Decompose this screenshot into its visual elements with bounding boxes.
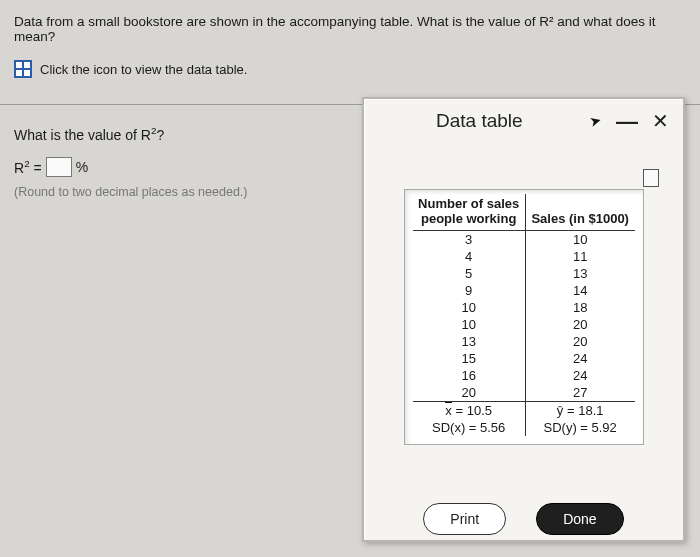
cell-x: 10 (413, 299, 526, 316)
copy-icon[interactable] (645, 171, 659, 187)
stat-x-sd: SD(x) = 5.56 (413, 419, 526, 436)
table-row: 310 (413, 231, 635, 249)
table-row: 513 (413, 265, 635, 282)
cell-x: 10 (413, 316, 526, 333)
cell-y: 24 (525, 367, 634, 384)
cell-y: 24 (525, 350, 634, 367)
cell-y: 10 (525, 231, 634, 249)
table-row: 1020 (413, 316, 635, 333)
print-button[interactable]: Print (423, 503, 506, 535)
cell-x: 5 (413, 265, 526, 282)
cell-y: 27 (525, 384, 634, 402)
table-icon[interactable] (14, 60, 32, 78)
data-table: Number of sales people working Sales (in… (413, 194, 635, 436)
table-row: 1524 (413, 350, 635, 367)
rounding-hint: (Round to two decimal places as needed.) (14, 185, 334, 199)
stat-x-mean: x = 10.5 (413, 402, 526, 420)
data-table-modal: Data table ➤ — ✕ Number of sales people … (362, 97, 685, 542)
table-row: 411 (413, 248, 635, 265)
cell-y: 18 (525, 299, 634, 316)
cursor-icon: ➤ (588, 112, 604, 131)
cell-x: 16 (413, 367, 526, 384)
minimize-button[interactable]: — (616, 116, 638, 127)
col-header-left: Number of sales people working (413, 194, 526, 231)
table-row: 914 (413, 282, 635, 299)
cell-x: 20 (413, 384, 526, 402)
table-row: 2027 (413, 384, 635, 402)
cell-y: 14 (525, 282, 634, 299)
cell-y: 11 (525, 248, 634, 265)
r-squared-input[interactable] (46, 157, 72, 177)
stat-y-mean: ŷ = 18.1 (525, 402, 634, 420)
cell-y: 20 (525, 333, 634, 350)
cell-x: 3 (413, 231, 526, 249)
equation-rhs: % (76, 159, 88, 175)
table-row: 1320 (413, 333, 635, 350)
cell-x: 9 (413, 282, 526, 299)
cell-x: 15 (413, 350, 526, 367)
close-button[interactable]: ✕ (652, 109, 669, 133)
done-button[interactable]: Done (536, 503, 623, 535)
table-row: 1018 (413, 299, 635, 316)
modal-title: Data table (378, 110, 523, 132)
equation-lhs: R2 = (14, 158, 42, 176)
cell-x: 4 (413, 248, 526, 265)
sub-question: What is the value of R2? (14, 125, 334, 143)
data-table-container: Number of sales people working Sales (in… (404, 189, 644, 445)
cell-y: 13 (525, 265, 634, 282)
question-text: Data from a small bookstore are shown in… (14, 14, 686, 44)
cell-x: 13 (413, 333, 526, 350)
cell-y: 20 (525, 316, 634, 333)
icon-hint: Click the icon to view the data table. (40, 62, 247, 77)
col-header-right: Sales (in $1000) (525, 194, 634, 231)
table-row: 1624 (413, 367, 635, 384)
stat-y-sd: SD(y) = 5.92 (525, 419, 634, 436)
